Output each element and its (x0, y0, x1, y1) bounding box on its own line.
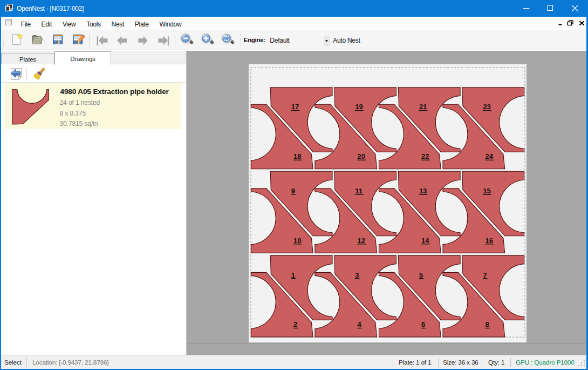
svg-text:13: 13 (419, 187, 427, 195)
svg-text:17: 17 (291, 103, 299, 111)
svg-text:19: 19 (355, 103, 363, 111)
svg-text:3: 3 (355, 271, 359, 279)
svg-text:1: 1 (291, 271, 295, 279)
svg-text:9: 9 (291, 187, 295, 195)
svg-text:18: 18 (293, 152, 301, 160)
svg-text:10: 10 (293, 237, 301, 245)
svg-text:14: 14 (421, 237, 429, 245)
svg-text:2: 2 (293, 320, 297, 328)
svg-text:20: 20 (358, 152, 365, 160)
svg-text:16: 16 (486, 237, 493, 245)
svg-text:11: 11 (355, 187, 363, 195)
svg-text:23: 23 (483, 103, 490, 111)
svg-text:4: 4 (358, 320, 362, 328)
svg-text:7: 7 (483, 271, 487, 279)
svg-text:12: 12 (358, 237, 365, 245)
svg-text:15: 15 (483, 187, 490, 195)
svg-text:5: 5 (419, 271, 423, 279)
svg-text:8: 8 (486, 320, 489, 328)
svg-text:6: 6 (421, 320, 425, 328)
svg-text:22: 22 (421, 152, 429, 160)
svg-text:21: 21 (419, 103, 427, 111)
svg-text:24: 24 (486, 152, 494, 160)
